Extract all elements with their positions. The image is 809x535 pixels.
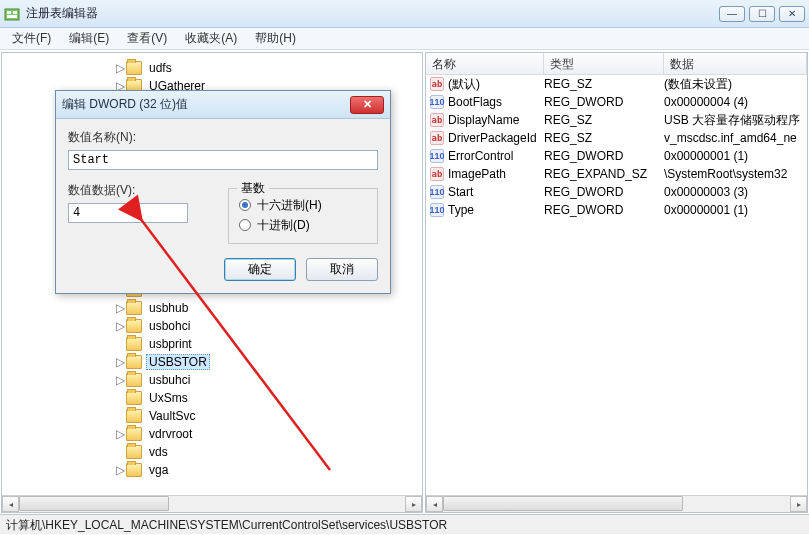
folder-icon xyxy=(126,391,142,405)
value-name-input[interactable] xyxy=(68,150,378,170)
value-type: REG_EXPAND_SZ xyxy=(544,167,664,181)
menu-file[interactable]: 文件(F) xyxy=(4,28,59,49)
list-header: 名称 类型 数据 xyxy=(426,53,807,75)
col-data[interactable]: 数据 xyxy=(664,53,807,74)
dialog-close-button[interactable]: ✕ xyxy=(350,96,384,114)
tree-node-label: usbohci xyxy=(146,318,193,334)
tree-hscrollbar[interactable]: ◂ ▸ xyxy=(2,495,422,512)
close-window-button[interactable]: ✕ xyxy=(779,6,805,22)
value-data: 0x00000004 (4) xyxy=(664,95,807,109)
radio-dec[interactable] xyxy=(239,219,251,231)
expander-icon[interactable]: ▷ xyxy=(114,301,126,315)
value-name: BootFlags xyxy=(448,95,502,109)
expander-icon[interactable]: ▷ xyxy=(114,373,126,387)
tree-node[interactable]: ▷usbohci xyxy=(4,317,422,335)
tree-node[interactable]: UxSms xyxy=(4,389,422,407)
binary-value-icon: 110 xyxy=(430,95,444,109)
menu-view[interactable]: 查看(V) xyxy=(119,28,175,49)
expander-icon[interactable]: ▷ xyxy=(114,355,126,369)
menu-help[interactable]: 帮助(H) xyxy=(247,28,304,49)
list-row[interactable]: 110ErrorControlREG_DWORD0x00000001 (1) xyxy=(426,147,807,165)
string-value-icon: ab xyxy=(430,167,444,181)
value-type: REG_SZ xyxy=(544,131,664,145)
folder-icon xyxy=(126,445,142,459)
list-row[interactable]: ab(默认)REG_SZ(数值未设置) xyxy=(426,75,807,93)
window-title: 注册表编辑器 xyxy=(26,5,719,22)
list-row[interactable]: 110TypeREG_DWORD0x00000001 (1) xyxy=(426,201,807,219)
folder-icon xyxy=(126,337,142,351)
expander-icon[interactable]: ▷ xyxy=(114,61,126,75)
ok-button[interactable]: 确定 xyxy=(224,258,296,281)
tree-node-label: usbuhci xyxy=(146,372,193,388)
statusbar: 计算机\HKEY_LOCAL_MACHINE\SYSTEM\CurrentCon… xyxy=(0,514,809,534)
value-data: (数值未设置) xyxy=(664,76,807,93)
value-type: REG_DWORD xyxy=(544,203,664,217)
menu-edit[interactable]: 编辑(E) xyxy=(61,28,117,49)
radio-hex-label: 十六进制(H) xyxy=(257,197,322,214)
tree-node-label: udfs xyxy=(146,60,175,76)
value-type: REG_DWORD xyxy=(544,149,664,163)
registry-app-icon xyxy=(4,6,20,22)
tree-node[interactable]: ▷vdrvroot xyxy=(4,425,422,443)
folder-icon xyxy=(126,373,142,387)
maximize-button[interactable]: ☐ xyxy=(749,6,775,22)
minimize-button[interactable]: — xyxy=(719,6,745,22)
expander-icon[interactable]: ▷ xyxy=(114,319,126,333)
svg-rect-2 xyxy=(13,11,17,14)
dialog-title: 编辑 DWORD (32 位)值 xyxy=(62,96,350,113)
expander-icon[interactable]: ▷ xyxy=(114,427,126,441)
value-name-label: 数值名称(N): xyxy=(68,129,378,146)
menu-favorites[interactable]: 收藏夹(A) xyxy=(177,28,245,49)
list-row[interactable]: 110BootFlagsREG_DWORD0x00000004 (4) xyxy=(426,93,807,111)
base-groupbox: 基数 十六进制(H) 十进制(D) xyxy=(228,188,378,244)
folder-icon xyxy=(126,319,142,333)
string-value-icon: ab xyxy=(430,131,444,145)
tree-node-label: VaultSvc xyxy=(146,408,198,424)
binary-value-icon: 110 xyxy=(430,203,444,217)
col-type[interactable]: 类型 xyxy=(544,53,664,74)
value-type: REG_DWORD xyxy=(544,185,664,199)
tree-node[interactable]: ▷usbuhci xyxy=(4,371,422,389)
value-name: DisplayName xyxy=(448,113,519,127)
tree-node-label: usbprint xyxy=(146,336,195,352)
list-row[interactable]: abImagePathREG_EXPAND_SZ\SystemRoot\syst… xyxy=(426,165,807,183)
folder-icon xyxy=(126,409,142,423)
value-data: 0x00000003 (3) xyxy=(664,185,807,199)
tree-node[interactable]: vds xyxy=(4,443,422,461)
list-row[interactable]: abDriverPackageIdREG_SZv_mscdsc.inf_amd6… xyxy=(426,129,807,147)
radio-hex-row[interactable]: 十六进制(H) xyxy=(239,195,367,215)
tree-node[interactable]: ▷USBSTOR xyxy=(4,353,422,371)
value-data: v_mscdsc.inf_amd64_ne xyxy=(664,131,807,145)
tree-node[interactable]: VaultSvc xyxy=(4,407,422,425)
col-name[interactable]: 名称 xyxy=(426,53,544,74)
expander-icon[interactable]: ▷ xyxy=(114,463,126,477)
menubar: 文件(F) 编辑(E) 查看(V) 收藏夹(A) 帮助(H) xyxy=(0,28,809,50)
tree-node[interactable]: ▷udfs xyxy=(4,59,422,77)
value-data: USB 大容量存储驱动程序 xyxy=(664,112,807,129)
value-name: DriverPackageId xyxy=(448,131,537,145)
status-path: 计算机\HKEY_LOCAL_MACHINE\SYSTEM\CurrentCon… xyxy=(6,518,447,532)
value-data: 0x00000001 (1) xyxy=(664,203,807,217)
binary-value-icon: 110 xyxy=(430,185,444,199)
list-pane: 名称 类型 数据 ab(默认)REG_SZ(数值未设置)110BootFlags… xyxy=(425,52,808,513)
tree-node[interactable]: ▷usbhub xyxy=(4,299,422,317)
scroll-right-icon[interactable]: ▸ xyxy=(790,496,807,512)
scroll-right-icon[interactable]: ▸ xyxy=(405,496,422,512)
folder-icon xyxy=(126,463,142,477)
cancel-button[interactable]: 取消 xyxy=(306,258,378,281)
radio-hex[interactable] xyxy=(239,199,251,211)
list-row[interactable]: 110StartREG_DWORD0x00000003 (3) xyxy=(426,183,807,201)
list-row[interactable]: abDisplayNameREG_SZUSB 大容量存储驱动程序 xyxy=(426,111,807,129)
value-data-input[interactable] xyxy=(68,203,188,223)
base-label: 基数 xyxy=(237,180,269,197)
titlebar: 注册表编辑器 — ☐ ✕ xyxy=(0,0,809,28)
list-hscrollbar[interactable]: ◂ ▸ xyxy=(426,495,807,512)
scroll-left-icon[interactable]: ◂ xyxy=(2,496,19,512)
folder-icon xyxy=(126,427,142,441)
value-name: (默认) xyxy=(448,76,480,93)
tree-node[interactable]: usbprint xyxy=(4,335,422,353)
scroll-left-icon[interactable]: ◂ xyxy=(426,496,443,512)
radio-dec-row[interactable]: 十进制(D) xyxy=(239,215,367,235)
tree-node-label: vdrvroot xyxy=(146,426,195,442)
tree-node[interactable]: ▷vga xyxy=(4,461,422,479)
